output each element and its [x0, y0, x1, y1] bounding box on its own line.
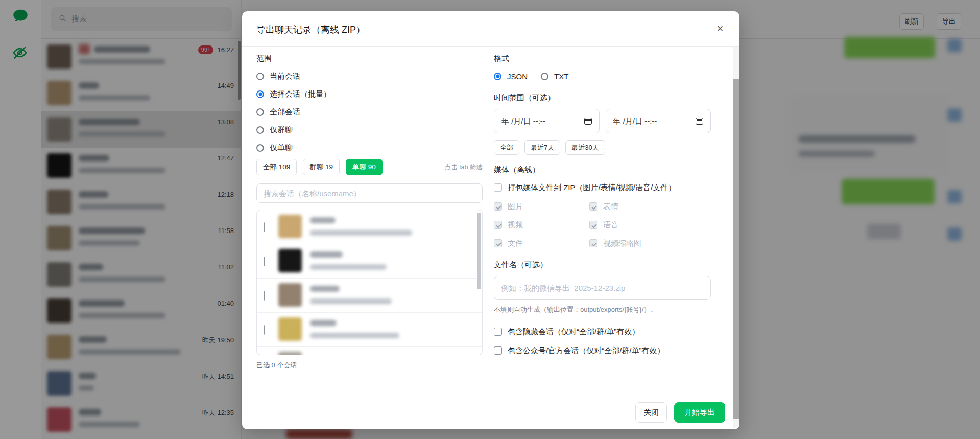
avatar: [278, 317, 302, 341]
avatar: [278, 249, 302, 272]
radio-icon: [256, 144, 264, 152]
checkbox-icon[interactable]: [264, 222, 265, 232]
pack-media-checkbox[interactable]: 打包媒体文件到 ZIP（图片/表情/视频/语音/文件）: [494, 181, 711, 194]
tab-all[interactable]: 全部 109: [256, 159, 297, 175]
media-type-video-thumbs: 视频缩略图: [589, 237, 711, 250]
tab-singles-active[interactable]: 单聊 90: [346, 159, 383, 175]
export-dialog: 导出聊天记录（离线 ZIP） × 范围 当前会话 选择会话（批量） 全部会话: [242, 11, 739, 429]
blurred-text: [310, 320, 399, 338]
dialog-footer: 关闭 开始导出: [242, 396, 739, 429]
scope-option-all[interactable]: 全部会话: [256, 105, 483, 119]
format-option-label: JSON: [507, 72, 528, 81]
include-official-checkbox[interactable]: 包含公众号/官方会话（仅对“全部/群/单”有效）: [494, 344, 711, 357]
quick-range-all-button[interactable]: 全部: [494, 140, 519, 155]
checkbox-checked-disabled-icon: [589, 202, 597, 211]
close-button[interactable]: 关闭: [635, 402, 667, 423]
checkbox-icon[interactable]: [264, 257, 265, 266]
quick-range-7days-button[interactable]: 最近7天: [524, 140, 560, 155]
checkbox-icon: [494, 183, 502, 192]
app-window: 搜索 99+16:27 14:49 13:08: [0, 0, 980, 439]
pack-media-label: 打包媒体文件到 ZIP（图片/表情/视频/语音/文件）: [508, 183, 676, 193]
close-icon[interactable]: ×: [712, 20, 728, 37]
media-type-images: 图片: [494, 200, 589, 213]
dialog-scrollbar-thumb[interactable]: [733, 79, 739, 419]
media-type-voice: 语音: [589, 218, 711, 232]
include-hidden-checkbox[interactable]: 包含隐藏会话（仅对“全部/群/单”有效）: [494, 325, 711, 338]
pick-row[interactable]: [257, 347, 482, 355]
calendar-icon[interactable]: [584, 118, 592, 125]
pick-row[interactable]: [257, 279, 482, 313]
avatar: [278, 352, 302, 355]
checkbox-checked-disabled-icon: [494, 221, 502, 229]
media-section-label: 媒体（离线）: [494, 165, 711, 175]
avatar: [278, 283, 302, 307]
checkbox-icon: [494, 346, 502, 355]
scope-section-label: 范围: [256, 54, 483, 63]
checkbox-checked-disabled-icon: [494, 239, 502, 247]
list-scrollbar[interactable]: [477, 213, 481, 289]
pick-row[interactable]: [257, 244, 482, 279]
blurred-text: [310, 217, 412, 236]
radio-checked-icon: [494, 73, 501, 80]
scope-option-label: 仅群聊: [270, 125, 293, 135]
filename-section-label: 文件名（可选）: [494, 260, 711, 270]
tab-filter-hint: 点击 tab 筛选: [445, 163, 483, 172]
avatar: [278, 215, 302, 238]
radio-icon: [541, 73, 548, 80]
checkbox-checked-disabled-icon: [494, 202, 502, 211]
media-type-stickers: 表情: [589, 200, 711, 213]
selected-count-text: 已选 0 个会话: [256, 361, 483, 370]
scope-option-singles-only[interactable]: 仅单聊: [256, 141, 483, 154]
calendar-icon[interactable]: [696, 118, 703, 125]
start-datetime-input[interactable]: 年 /月/日 --:--: [494, 109, 600, 133]
pick-row[interactable]: [257, 210, 482, 244]
datetime-placeholder: 年 /月/日 --:--: [501, 117, 545, 126]
scope-option-label: 当前会话: [270, 72, 300, 81]
dialog-title: 导出聊天记录（离线 ZIP）: [256, 24, 365, 36]
radio-icon: [256, 73, 264, 80]
scope-option-label: 仅单聊: [270, 143, 293, 153]
conversation-search-input[interactable]: [256, 183, 483, 203]
filename-input[interactable]: [494, 276, 711, 300]
scope-option-select-batch[interactable]: 选择会话（批量）: [256, 87, 483, 101]
scope-option-label: 选择会话（批量）: [270, 89, 331, 99]
checkbox-checked-disabled-icon: [589, 239, 597, 247]
datetime-placeholder: 年 /月/日 --:--: [613, 117, 657, 126]
scope-option-current[interactable]: 当前会话: [256, 70, 483, 83]
checkbox-icon: [494, 328, 502, 336]
radio-checked-icon: [256, 90, 264, 98]
checkbox-checked-disabled-icon: [589, 221, 597, 229]
blurred-text: [310, 251, 387, 270]
format-option-txt[interactable]: TXT: [541, 70, 568, 83]
dialog-header: 导出聊天记录（离线 ZIP） ×: [242, 11, 739, 47]
conversation-pick-list: [256, 210, 483, 355]
format-option-label: TXT: [554, 72, 568, 81]
filename-hint: 不填则自动生成（输出位置：output/exports/{账号}/）。: [494, 305, 711, 314]
start-export-button[interactable]: 开始导出: [674, 402, 725, 423]
end-datetime-input[interactable]: 年 /月/日 --:--: [606, 109, 711, 133]
blurred-text: [310, 286, 392, 304]
pick-row[interactable]: [257, 313, 482, 347]
checkbox-icon[interactable]: [264, 325, 265, 335]
media-type-files: 文件: [494, 237, 589, 250]
format-section-label: 格式: [494, 54, 711, 63]
scope-option-label: 全部会话: [270, 107, 300, 117]
format-option-json[interactable]: JSON: [494, 70, 528, 83]
media-type-videos: 视频: [494, 218, 589, 232]
quick-range-30days-button[interactable]: 最近30天: [565, 140, 605, 155]
checkbox-icon[interactable]: [264, 291, 265, 301]
scope-option-groups-only[interactable]: 仅群聊: [256, 123, 483, 136]
time-range-section-label: 时间范围（可选）: [494, 93, 711, 103]
radio-icon: [256, 108, 264, 116]
tab-groups[interactable]: 群聊 19: [303, 159, 340, 175]
radio-icon: [256, 126, 264, 134]
